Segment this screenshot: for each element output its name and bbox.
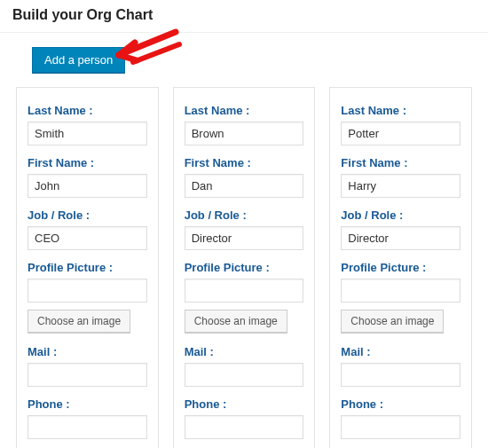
- profile-picture-input[interactable]: [185, 279, 304, 303]
- phone-label: Phone :: [341, 397, 460, 411]
- mail-label: Mail :: [28, 345, 147, 358]
- mail-input[interactable]: [185, 363, 304, 387]
- phone-label: Phone :: [28, 397, 147, 411]
- mail-input[interactable]: [28, 363, 147, 387]
- last-name-label: Last Name :: [185, 104, 304, 117]
- last-name-input[interactable]: [341, 122, 460, 145]
- mail-input[interactable]: [341, 363, 460, 387]
- phone-input[interactable]: [341, 415, 460, 439]
- first-name-input[interactable]: [28, 174, 147, 198]
- toolbar: Add a person: [0, 33, 488, 87]
- add-person-button[interactable]: Add a person: [32, 47, 125, 73]
- choose-image-button[interactable]: Choose an image: [28, 310, 130, 333]
- last-name-label: Last Name :: [28, 104, 147, 117]
- phone-input[interactable]: [28, 415, 147, 439]
- job-label: Job / Role :: [28, 208, 147, 222]
- profile-picture-label: Profile Picture :: [341, 261, 460, 274]
- last-name-input[interactable]: [185, 122, 304, 145]
- first-name-label: First Name :: [341, 156, 460, 169]
- page-title: Build your Org Chart: [0, 0, 488, 33]
- job-label: Job / Role :: [341, 208, 460, 222]
- people-cards: Last Name : First Name : Job / Role : Pr…: [0, 87, 488, 448]
- job-input[interactable]: [341, 226, 460, 250]
- profile-picture-input[interactable]: [341, 279, 460, 303]
- phone-label: Phone :: [185, 397, 304, 411]
- first-name-input[interactable]: [341, 174, 460, 198]
- choose-image-button[interactable]: Choose an image: [341, 310, 444, 333]
- last-name-label: Last Name :: [341, 104, 460, 117]
- choose-image-button[interactable]: Choose an image: [185, 310, 287, 333]
- job-label: Job / Role :: [185, 208, 304, 222]
- person-card: Last Name : First Name : Job / Role : Pr…: [173, 87, 316, 448]
- job-input[interactable]: [28, 226, 147, 250]
- first-name-label: First Name :: [28, 156, 147, 169]
- job-input[interactable]: [185, 226, 304, 250]
- last-name-input[interactable]: [28, 122, 147, 145]
- first-name-input[interactable]: [185, 174, 304, 198]
- profile-picture-label: Profile Picture :: [28, 261, 147, 274]
- mail-label: Mail :: [185, 345, 304, 358]
- person-card: Last Name : First Name : Job / Role : Pr…: [329, 87, 472, 448]
- person-card: Last Name : First Name : Job / Role : Pr…: [16, 87, 159, 448]
- profile-picture-label: Profile Picture :: [185, 261, 304, 274]
- phone-input[interactable]: [185, 415, 304, 439]
- first-name-label: First Name :: [185, 156, 304, 169]
- profile-picture-input[interactable]: [28, 279, 147, 303]
- org-chart-builder: Build your Org Chart Add a person Last N…: [0, 0, 488, 448]
- mail-label: Mail :: [341, 345, 460, 358]
